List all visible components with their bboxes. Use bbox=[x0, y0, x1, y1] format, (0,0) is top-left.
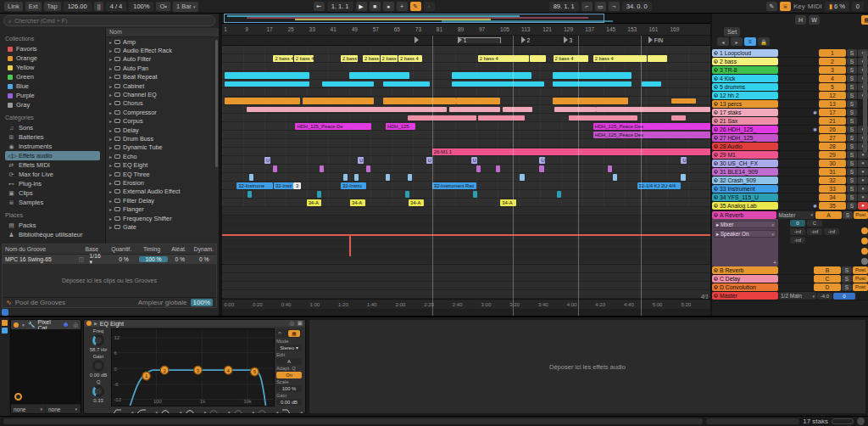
groove-column-header[interactable]: Base bbox=[78, 246, 106, 252]
return-c-lane[interactable] bbox=[222, 273, 710, 282]
volume-field[interactable]: 0 bbox=[790, 220, 805, 227]
pan-field[interactable]: C bbox=[807, 220, 822, 227]
groove-random[interactable]: 0 % bbox=[168, 256, 192, 262]
groove-quantize[interactable]: 0 % bbox=[108, 256, 139, 262]
metronome-icon[interactable]: |:| bbox=[94, 2, 103, 11]
clip[interactable] bbox=[383, 98, 456, 104]
clip[interactable]: 2 bass 4 bbox=[478, 55, 529, 62]
filter-type-select[interactable]: ▾ bbox=[256, 408, 280, 414]
clip[interactable]: 26-M1 1 bbox=[432, 149, 710, 155]
clip[interactable]: HDH_125 bbox=[386, 123, 415, 130]
io-section-button[interactable]: ◂ bbox=[717, 37, 729, 46]
arrangement-position-field[interactable]: 1. 1. 1 bbox=[327, 2, 353, 11]
back-to-arrangement-button[interactable]: ▦ bbox=[861, 15, 868, 25]
track-activator[interactable]: ▸ bbox=[714, 213, 718, 217]
time-ruler[interactable]: 4/1 0:000:200:401:001:201:402:002:202:40… bbox=[222, 299, 710, 309]
link-button[interactable]: Link bbox=[4, 2, 23, 11]
expand-triangle-icon[interactable]: ▸ bbox=[109, 154, 112, 160]
clip-lane-26[interactable]: HDH_125_Peace DeHDH_125HDH_125_Peace Des bbox=[222, 122, 710, 131]
track-number-box[interactable]: 35 bbox=[819, 202, 846, 210]
clip[interactable]: U bbox=[426, 157, 432, 164]
return-b-header[interactable]: ▸B ReverbBSPost bbox=[712, 266, 868, 275]
track-header-13[interactable]: ▸13 percs13S● bbox=[712, 100, 868, 109]
track-number-box[interactable]: 28 bbox=[819, 143, 846, 150]
device-item[interactable]: ▸Frequency Shifter bbox=[106, 214, 219, 222]
set-button[interactable]: Set bbox=[724, 27, 740, 36]
track-activator[interactable]: ▸ bbox=[714, 102, 718, 106]
clip-lane-21[interactable] bbox=[222, 114, 710, 122]
solo-button[interactable]: S bbox=[847, 151, 857, 159]
clip[interactable]: 34-A bbox=[409, 199, 424, 206]
clip[interactable] bbox=[496, 165, 500, 172]
clip[interactable] bbox=[249, 174, 253, 181]
solo-button[interactable]: S bbox=[847, 109, 857, 116]
track-activator[interactable]: ▸ bbox=[714, 285, 718, 289]
clip[interactable] bbox=[383, 81, 430, 87]
solo-button[interactable]: S bbox=[847, 134, 857, 142]
clip[interactable] bbox=[225, 72, 309, 79]
browser-scrollbar[interactable] bbox=[215, 40, 218, 167]
solo-button[interactable]: S bbox=[847, 83, 857, 91]
track-activator[interactable]: ▸ bbox=[714, 59, 718, 64]
clip[interactable] bbox=[322, 81, 373, 87]
track-activator[interactable]: ▸ bbox=[714, 51, 718, 55]
clip-view-tab[interactable] bbox=[2, 320, 8, 326]
expand-triangle-icon[interactable]: ▸ bbox=[109, 144, 112, 150]
post-button[interactable]: Post bbox=[854, 211, 868, 219]
device-item[interactable]: ▸Drum Buss bbox=[106, 134, 219, 143]
master-lane[interactable] bbox=[222, 290, 710, 299]
return-name[interactable]: ▸D Convolution bbox=[712, 283, 778, 291]
device-item[interactable]: ▸Corpus bbox=[106, 117, 219, 126]
clip[interactable] bbox=[553, 81, 632, 87]
quantize-menu[interactable]: 1 Bar ▾ bbox=[173, 2, 199, 12]
filter-type-select[interactable]: ▾ bbox=[232, 408, 256, 414]
track-header-21[interactable]: ▸21 Sax21S● bbox=[712, 117, 868, 126]
solo-button[interactable]: S bbox=[842, 283, 852, 291]
clip-lane-31[interactable] bbox=[222, 165, 710, 173]
solo-button[interactable]: S bbox=[842, 266, 852, 274]
device-view-tab[interactable] bbox=[2, 328, 8, 334]
clip-lane-17[interactable] bbox=[222, 105, 710, 114]
clip[interactable]: U bbox=[539, 157, 545, 164]
clip[interactable] bbox=[386, 174, 390, 181]
sidebar-item-favoris[interactable]: Favoris bbox=[5, 44, 100, 53]
return-b-lane[interactable] bbox=[222, 265, 710, 273]
track-name[interactable]: ▸2 bass bbox=[712, 58, 778, 65]
track-header-29[interactable]: ▸29 M129S● bbox=[712, 151, 868, 160]
clip[interactable]: 2 bass 4 bbox=[363, 55, 380, 62]
solo-button[interactable]: S bbox=[847, 160, 857, 167]
device-fold-icon[interactable]: ▶ bbox=[94, 321, 97, 326]
track-name[interactable]: ▸12 hh 2 bbox=[712, 92, 778, 99]
expand-triangle-icon[interactable]: ▸ bbox=[109, 39, 112, 45]
lock-envelopes-button[interactable]: 🔒 bbox=[758, 37, 770, 46]
clip[interactable] bbox=[473, 191, 477, 198]
sidebar-item-effets-audio[interactable]: ◁▷Effets audio bbox=[5, 151, 100, 160]
device-item[interactable]: ▸Chorus bbox=[106, 99, 219, 108]
track-header-35[interactable]: ▸35 Analog Lab✱35S● bbox=[712, 202, 868, 210]
clip-lane-33[interactable]: 32-Instrume32-Instr332-Instru32-Instrume… bbox=[222, 182, 710, 190]
track-number-box[interactable]: 21 bbox=[819, 117, 846, 125]
groove-timing[interactable]: 100 % bbox=[139, 256, 168, 262]
track-name[interactable]: ▸13 percs bbox=[712, 100, 778, 108]
clip[interactable] bbox=[554, 107, 596, 112]
filter-type-select[interactable]: ▾ bbox=[281, 408, 304, 414]
track-activator[interactable]: ▸ bbox=[714, 85, 718, 89]
groove-column-header[interactable]: Timing bbox=[137, 246, 167, 252]
return-name[interactable]: ▸C Delay bbox=[712, 275, 778, 283]
sidebar-item-orange[interactable]: Orange bbox=[5, 53, 100, 63]
output-routing-select[interactable]: Master▾ bbox=[777, 211, 815, 219]
filter-type-select[interactable]: ▾ bbox=[184, 408, 208, 414]
clip[interactable] bbox=[681, 174, 685, 181]
clip[interactable] bbox=[349, 72, 409, 79]
pixel-cat-knob[interactable] bbox=[14, 393, 22, 401]
track-header-3[interactable]: ▸3 TR-83S● bbox=[712, 66, 868, 75]
clip[interactable] bbox=[456, 98, 500, 104]
clip-lane-29[interactable]: 26-M1 1 bbox=[222, 148, 710, 156]
clip-lane-32[interactable] bbox=[222, 173, 710, 182]
solo-button[interactable]: S bbox=[847, 66, 857, 74]
clip[interactable] bbox=[225, 81, 309, 87]
expand-triangle-icon[interactable]: ▸ bbox=[109, 65, 112, 71]
clip[interactable] bbox=[273, 165, 277, 172]
solo-button[interactable]: S bbox=[847, 185, 857, 193]
send-field[interactable]: -inf bbox=[790, 237, 805, 244]
